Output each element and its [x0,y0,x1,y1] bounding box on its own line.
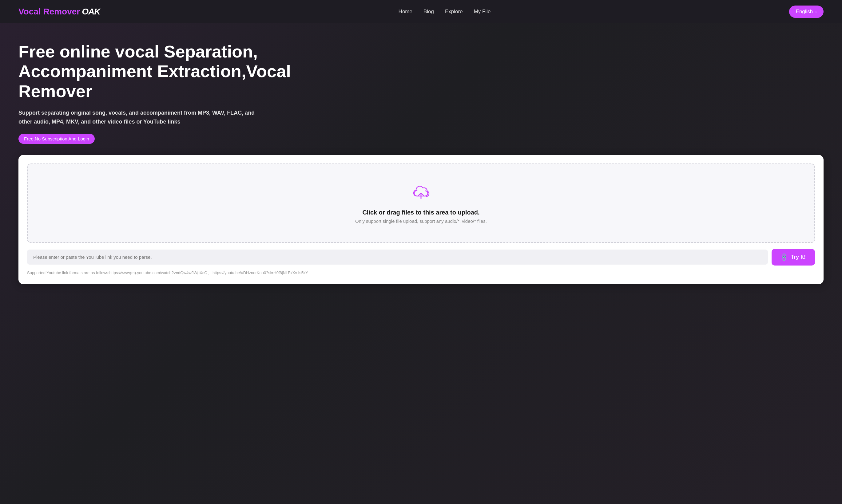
hero-section: Free online vocal Separation, Accompanim… [0,23,842,155]
free-badge: Free,No Subscription And Login [18,134,95,144]
logo-vocal-text: Vocal Remover [18,7,80,17]
try-it-button[interactable]: 🔗 Try It! [772,249,815,266]
upload-card: Click or drag files to this area to uplo… [18,155,824,285]
nav-myfile[interactable]: My File [474,8,491,15]
language-label: English [796,8,813,15]
language-button[interactable]: English › [789,5,824,18]
upload-dropzone[interactable]: Click or drag files to this area to uplo… [27,163,815,243]
logo-oak-text: OAK [82,7,100,17]
chevron-right-icon: › [815,9,817,14]
youtube-url-input[interactable] [27,250,768,265]
link-icon: 🔗 [779,252,789,262]
nav-home[interactable]: Home [399,8,413,15]
hero-subtitle: Support separating original song, vocals… [18,108,258,126]
url-input-row: 🔗 Try It! [27,249,815,266]
hero-title: Free online vocal Separation, Accompanim… [18,42,295,101]
nav-blog[interactable]: Blog [423,8,434,15]
url-hint-text: Supported Youtube link formats are as fo… [27,270,815,276]
logo: Vocal Remover OAK [18,7,100,17]
dropzone-sub-text: Only support single file upload, support… [355,218,487,224]
nav-links: Home Blog Explore My File [399,8,491,15]
upload-cloud-icon [411,182,431,203]
navbar: Vocal Remover OAK Home Blog Explore My F… [0,0,842,23]
try-it-label: Try It! [791,254,806,260]
nav-explore[interactable]: Explore [445,8,463,15]
dropzone-main-text: Click or drag files to this area to uplo… [362,209,479,216]
